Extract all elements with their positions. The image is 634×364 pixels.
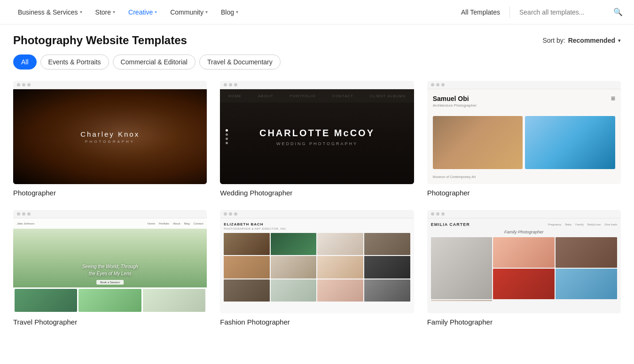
filter-tabs: All Events & Portraits Commercial & Edit… bbox=[0, 54, 634, 79]
filter-tab-all[interactable]: All bbox=[13, 54, 37, 70]
nav-items: Business & Services ▾ Store ▾ Creative ▾… bbox=[11, 0, 461, 24]
navbar: Business & Services ▾ Store ▾ Creative ▾… bbox=[0, 0, 634, 24]
chevron-down-icon: ▾ bbox=[155, 9, 157, 15]
nav-item-business[interactable]: Business & Services ▾ bbox=[11, 0, 89, 24]
template-card-wedding[interactable]: HOMEABOUTPORTFOLIOCONTACTCLIENT ALBUMS C… bbox=[220, 81, 414, 197]
page-title: Photography Website Templates bbox=[13, 34, 187, 47]
template-thumb-6: EMILIA CARTER PregnancyBabyFamilyBody/Lo… bbox=[427, 210, 621, 313]
chevron-down-icon: ▾ bbox=[80, 9, 82, 15]
template-card-family[interactable]: EMILIA CARTER PregnancyBabyFamilyBody/Lo… bbox=[427, 210, 621, 326]
sort-by[interactable]: Sort by: Recommended ▾ bbox=[542, 37, 621, 44]
template-card-fashion[interactable]: ELIZABETH BACH PHOTOGRAPHER & ART DIRECT… bbox=[220, 210, 414, 326]
template-label-1: Photographer bbox=[13, 189, 207, 197]
nav-item-store[interactable]: Store ▾ bbox=[89, 0, 122, 24]
template-label-6: Family Photographer bbox=[427, 318, 621, 326]
window-dot-1 bbox=[224, 83, 227, 86]
filter-tab-events[interactable]: Events & Portraits bbox=[40, 54, 109, 70]
window-dot-2 bbox=[436, 83, 439, 86]
window-dot-3 bbox=[27, 212, 31, 216]
template-thumb-5: ELIZABETH BACH PHOTOGRAPHER & ART DIRECT… bbox=[220, 210, 414, 313]
nav-item-blog[interactable]: Blog ▾ bbox=[214, 0, 245, 24]
chevron-down-icon: ▾ bbox=[618, 38, 621, 44]
template-label-5: Fashion Photographer bbox=[220, 318, 414, 326]
window-dot-1 bbox=[17, 83, 20, 86]
filter-tab-travel[interactable]: Travel & Documentary bbox=[199, 54, 281, 70]
nav-divider bbox=[509, 7, 510, 18]
window-dot-2 bbox=[436, 212, 439, 216]
template-card-photographer-1[interactable]: Charley Knox PHOTOGRAPHY Photographer bbox=[13, 81, 207, 197]
nav-item-creative[interactable]: Creative ▾ bbox=[122, 0, 164, 24]
search-input[interactable] bbox=[519, 8, 610, 16]
window-dot-2 bbox=[22, 83, 25, 86]
all-templates-link[interactable]: All Templates bbox=[461, 8, 500, 16]
window-dot-1 bbox=[431, 83, 434, 86]
search-bar: 🔍 bbox=[519, 8, 623, 16]
chevron-down-icon: ▾ bbox=[113, 9, 115, 15]
window-dot-1 bbox=[17, 212, 20, 216]
nav-label-community: Community bbox=[170, 8, 204, 16]
window-dot-3 bbox=[441, 83, 445, 86]
window-dot-3 bbox=[441, 212, 445, 216]
nav-item-community[interactable]: Community ▾ bbox=[164, 0, 214, 24]
search-icon[interactable]: 🔍 bbox=[613, 8, 623, 16]
template-thumb-3: Samuel Obi Architecture Photographer ≡ M… bbox=[427, 81, 621, 184]
template-card-photographer-2[interactable]: Samuel Obi Architecture Photographer ≡ M… bbox=[427, 81, 621, 197]
template-label-2: Wedding Photographer bbox=[220, 189, 414, 197]
charlotte-dots bbox=[226, 129, 228, 144]
window-dot-1 bbox=[224, 212, 227, 216]
template-card-travel[interactable]: Jake Johnson HomePortfolioAboutBlogConta… bbox=[13, 210, 207, 326]
window-dot-2 bbox=[22, 212, 25, 216]
window-dot-3 bbox=[234, 83, 237, 86]
sort-value: Recommended bbox=[568, 37, 615, 44]
window-dot-3 bbox=[27, 83, 31, 86]
window-dot-1 bbox=[431, 212, 434, 216]
sort-by-label: Sort by: bbox=[542, 37, 565, 44]
templates-grid: Charley Knox PHOTOGRAPHY Photographer bbox=[0, 79, 634, 345]
nav-label-business: Business & Services bbox=[18, 8, 78, 16]
nav-right: All Templates 🔍 bbox=[461, 7, 623, 18]
template-label-3: Photographer bbox=[427, 189, 621, 197]
window-dot-2 bbox=[229, 83, 232, 86]
filter-tab-commercial[interactable]: Commercial & Editorial bbox=[113, 54, 196, 70]
nav-label-blog: Blog bbox=[221, 8, 234, 16]
nav-label-creative: Creative bbox=[128, 8, 153, 16]
nav-label-store: Store bbox=[95, 8, 111, 16]
template-thumb-2: HOMEABOUTPORTFOLIOCONTACTCLIENT ALBUMS C… bbox=[220, 81, 414, 184]
template-thumb-4: Jake Johnson HomePortfolioAboutBlogConta… bbox=[13, 210, 207, 313]
chevron-down-icon: ▾ bbox=[236, 9, 238, 15]
template-thumb-1: Charley Knox PHOTOGRAPHY bbox=[13, 81, 207, 184]
template-label-4: Travel Photographer bbox=[13, 318, 207, 326]
chevron-down-icon: ▾ bbox=[205, 9, 208, 15]
window-dot-2 bbox=[229, 212, 232, 216]
page-header: Photography Website Templates Sort by: R… bbox=[0, 24, 634, 54]
window-dot-3 bbox=[234, 212, 237, 216]
